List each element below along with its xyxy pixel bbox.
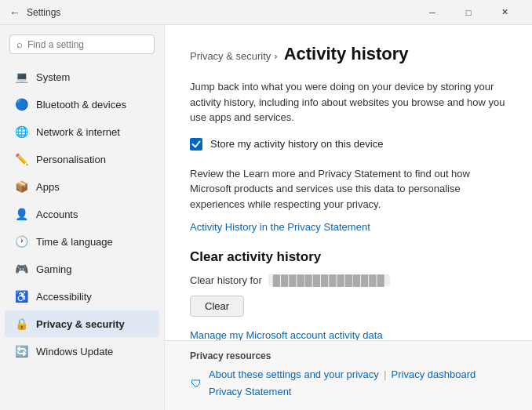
sidebar-item-label-privacy: Privacy & security xyxy=(36,318,125,330)
sidebar-item-network[interactable]: 🌐Network & internet xyxy=(5,118,159,145)
footer-link-about[interactable]: About these settings and your privacy xyxy=(209,368,379,380)
sidebar-item-time[interactable]: 🕐Time & language xyxy=(5,228,159,255)
minimize-button[interactable]: ─ xyxy=(414,0,450,25)
store-history-checkbox[interactable] xyxy=(190,138,202,151)
review-description: Review the Learn more and Privacy Statem… xyxy=(190,166,507,212)
accounts-icon: 👤 xyxy=(14,207,28,221)
footer-title: Privacy resources xyxy=(190,350,507,361)
windows-update-icon: 🔄 xyxy=(14,344,28,358)
footer-link-privacy-statement[interactable]: Privacy Statement xyxy=(209,386,292,397)
personalisation-icon: ✏️ xyxy=(14,152,28,166)
page-title: Activity history xyxy=(284,44,409,64)
gaming-icon: 🎮 xyxy=(14,262,28,276)
maximize-button[interactable]: □ xyxy=(450,0,486,25)
privacy-statement-link[interactable]: Activity History in the Privacy Statemen… xyxy=(190,221,370,233)
back-arrow-icon[interactable]: ← xyxy=(9,6,20,19)
clear-button[interactable]: Clear xyxy=(190,296,244,317)
window-controls: ─ □ ✕ xyxy=(414,0,523,25)
sidebar-nav: 💻System🔵Bluetooth & devices🌐Network & in… xyxy=(0,63,164,365)
sidebar-item-label-time: Time & language xyxy=(36,236,113,248)
footer-row: 🛡 About these settings and your privacy … xyxy=(190,366,507,401)
store-history-label: Store my activity history on this device xyxy=(210,138,383,150)
sidebar-item-bluetooth[interactable]: 🔵Bluetooth & devices xyxy=(5,91,159,118)
window-title: Settings xyxy=(27,7,60,18)
sidebar-item-label-accessibility: Accessibility xyxy=(36,291,92,303)
network-icon: 🌐 xyxy=(14,125,28,139)
clear-label: Clear history for xyxy=(190,274,262,286)
store-history-row: Store my activity history on this device xyxy=(190,138,507,151)
app-body: ⌕ 💻System🔵Bluetooth & devices🌐Network & … xyxy=(0,25,532,410)
sidebar-item-label-gaming: Gaming xyxy=(36,263,72,275)
page-description: Jump back into what you were doing on yo… xyxy=(190,79,507,125)
search-icon: ⌕ xyxy=(16,38,23,50)
manage-account-link[interactable]: Manage my Microsoft account activity dat… xyxy=(190,329,383,340)
time-icon: 🕐 xyxy=(14,234,28,249)
shield-icon: 🛡 xyxy=(190,377,202,390)
clear-user-masked: ██████████████ xyxy=(268,274,390,286)
sidebar-item-label-windows-update: Windows Update xyxy=(36,346,113,357)
sidebar-item-accounts[interactable]: 👤Accounts xyxy=(5,201,159,227)
clear-row: Clear history for ██████████████ xyxy=(190,274,507,286)
sidebar-item-accessibility[interactable]: ♿Accessibility xyxy=(5,283,159,310)
sidebar-item-privacy[interactable]: 🔒Privacy & security xyxy=(5,310,159,337)
main-content: Privacy & security › Activity history Ju… xyxy=(165,25,532,340)
sidebar-item-personalisation[interactable]: ✏️Personalisation xyxy=(5,146,159,172)
main-area: Privacy & security › Activity history Ju… xyxy=(165,25,532,410)
sidebar-item-label-bluetooth: Bluetooth & devices xyxy=(36,99,126,111)
sidebar-item-windows-update[interactable]: 🔄Windows Update xyxy=(5,338,159,365)
sidebar-item-apps[interactable]: 📦Apps xyxy=(5,173,159,200)
footer: Privacy resources 🛡 About these settings… xyxy=(165,340,532,410)
sidebar-item-label-personalisation: Personalisation xyxy=(36,154,106,165)
breadcrumb: Privacy & security › xyxy=(190,50,278,62)
title-bar-left: ← Settings xyxy=(9,6,60,19)
sidebar-item-label-system: System xyxy=(36,71,70,83)
sidebar-item-label-apps: Apps xyxy=(36,181,60,193)
page-header: Privacy & security › Activity history xyxy=(190,44,507,67)
accessibility-icon: ♿ xyxy=(14,289,28,303)
footer-link-dashboard[interactable]: Privacy dashboard xyxy=(392,368,476,380)
bluetooth-icon: 🔵 xyxy=(14,97,28,111)
title-bar: ← Settings ─ □ ✕ xyxy=(0,0,532,25)
privacy-icon: 🔒 xyxy=(14,317,28,331)
sidebar-item-label-network: Network & internet xyxy=(36,126,120,138)
close-button[interactable]: ✕ xyxy=(486,0,523,25)
sidebar: ⌕ 💻System🔵Bluetooth & devices🌐Network & … xyxy=(0,25,165,410)
sidebar-item-gaming[interactable]: 🎮Gaming xyxy=(5,256,159,282)
search-input[interactable] xyxy=(27,39,148,50)
apps-icon: 📦 xyxy=(14,180,28,194)
sidebar-item-system[interactable]: 💻System xyxy=(5,63,159,90)
footer-links: About these settings and your privacy | … xyxy=(209,366,476,401)
system-icon: 💻 xyxy=(14,70,28,84)
search-box[interactable]: ⌕ xyxy=(9,34,155,54)
clear-section-title: Clear activity history xyxy=(190,249,507,265)
sidebar-item-label-accounts: Accounts xyxy=(36,209,78,220)
